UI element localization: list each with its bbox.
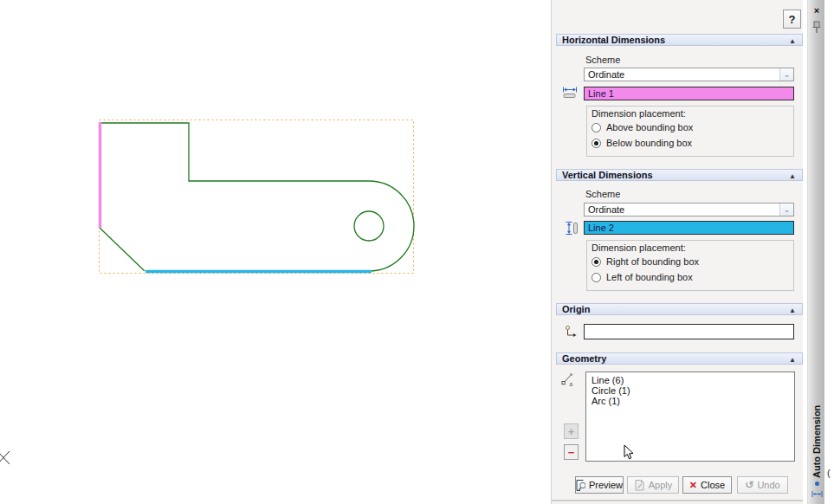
scheme-label: Scheme bbox=[585, 55, 620, 65]
dimension-mini-icon bbox=[811, 490, 823, 498]
undo-icon: ↺ bbox=[745, 480, 753, 490]
apply-button[interactable]: Apply bbox=[627, 476, 679, 494]
chevron-down-icon[interactable]: ⌄ bbox=[779, 68, 793, 81]
origin-axes-icon bbox=[564, 325, 577, 339]
vertical-selection-field[interactable]: Line 2 bbox=[584, 221, 794, 235]
undo-button[interactable]: ↺ Undo bbox=[737, 476, 788, 494]
radio-icon[interactable] bbox=[592, 257, 601, 267]
section-title: Origin bbox=[562, 304, 590, 314]
part-chamfer-line[interactable] bbox=[100, 228, 145, 271]
radio-left-of-bounding-box[interactable]: Left of bounding box bbox=[592, 272, 693, 282]
button-label: Apply bbox=[649, 480, 673, 490]
mouse-cursor bbox=[624, 444, 636, 462]
panel-bottom-edge bbox=[552, 500, 803, 501]
collapse-icon[interactable]: ▲ bbox=[789, 36, 796, 47]
horizontal-selection-field[interactable]: Line 1 bbox=[584, 87, 794, 100]
collapse-icon[interactable]: ▲ bbox=[789, 171, 796, 182]
radio-icon[interactable] bbox=[592, 273, 601, 282]
selected-scheme: Ordinate bbox=[588, 204, 624, 216]
selected-scheme: Ordinate bbox=[588, 68, 624, 81]
placement-label: Dimension placement: bbox=[592, 242, 686, 253]
select-geometry-icon: a bbox=[561, 372, 574, 387]
radio-label: Above bounding box bbox=[606, 122, 693, 132]
tab-auto-dimension[interactable]: Auto Dimension bbox=[808, 407, 825, 476]
radio-label: Left of bounding box bbox=[606, 272, 693, 282]
apply-icon bbox=[634, 479, 645, 491]
radio-right-of-bounding-box[interactable]: Right of bounding box bbox=[592, 256, 699, 267]
collapse-icon[interactable]: ▲ bbox=[789, 355, 796, 365]
panel-title-bar: × Auto Dimension bbox=[807, 0, 824, 504]
remove-geometry-button[interactable]: − bbox=[564, 444, 579, 460]
app-window: ? Horizontal Dimensions ▲ Scheme Ordinat… bbox=[0, 0, 834, 504]
vertical-dimension-icon bbox=[566, 221, 578, 236]
placement-label: Dimension placement: bbox=[592, 108, 686, 119]
origin-x-marker bbox=[0, 451, 10, 464]
list-item[interactable]: Line (6) bbox=[592, 375, 794, 385]
radio-below-bounding-box[interactable]: Below bounding box bbox=[592, 138, 692, 148]
button-label: Preview bbox=[589, 480, 623, 490]
section-header-vertical-dimensions[interactable]: Vertical Dimensions ▲ bbox=[556, 169, 803, 181]
radio-above-bounding-box[interactable]: Above bounding box bbox=[592, 122, 693, 132]
section-title: Geometry bbox=[562, 353, 606, 364]
radio-label: Below bounding box bbox=[606, 138, 692, 148]
preview-icon bbox=[576, 479, 585, 491]
geometry-list[interactable]: Line (6) Circle (1) Arc (1) bbox=[585, 372, 795, 462]
add-geometry-button[interactable]: + bbox=[564, 423, 579, 439]
button-label: Undo bbox=[757, 480, 779, 490]
close-button[interactable]: ✕ Close bbox=[682, 476, 732, 494]
section-header-geometry[interactable]: Geometry ▲ bbox=[556, 352, 803, 365]
status-dot-icon bbox=[815, 481, 819, 486]
dimension-bounding-box bbox=[100, 120, 414, 274]
horizontal-dimension-icon bbox=[562, 87, 578, 98]
chevron-down-icon[interactable]: ⌄ bbox=[779, 204, 793, 216]
radio-icon[interactable] bbox=[592, 139, 601, 148]
preview-button[interactable]: Preview bbox=[575, 476, 624, 494]
close-icon[interactable]: × bbox=[808, 5, 825, 16]
close-x-icon: ✕ bbox=[689, 480, 697, 491]
help-button[interactable]: ? bbox=[783, 10, 801, 29]
collapse-icon[interactable]: ▲ bbox=[789, 306, 796, 316]
origin-input[interactable] bbox=[584, 324, 794, 339]
drawing-canvas[interactable] bbox=[0, 0, 554, 504]
svg-text:a: a bbox=[570, 381, 573, 387]
section-header-origin[interactable]: Origin ▲ bbox=[556, 303, 803, 315]
section-title: Horizontal Dimensions bbox=[562, 35, 665, 45]
section-header-horizontal-dimensions[interactable]: Horizontal Dimensions ▲ bbox=[556, 34, 803, 46]
list-item[interactable]: Arc (1) bbox=[592, 396, 794, 406]
horizontal-scheme-select[interactable]: Ordinate ⌄ bbox=[584, 68, 794, 81]
radio-icon[interactable] bbox=[592, 123, 601, 132]
scheme-label: Scheme bbox=[585, 189, 620, 199]
hole-circle[interactable] bbox=[354, 211, 384, 241]
stray-paren: ( bbox=[827, 468, 831, 478]
vertical-scheme-select[interactable]: Ordinate ⌄ bbox=[584, 203, 794, 216]
list-item[interactable]: Circle (1) bbox=[592, 385, 794, 396]
part-outline-path[interactable] bbox=[100, 123, 414, 271]
radio-label: Right of bounding box bbox=[606, 256, 699, 267]
section-title: Vertical Dimensions bbox=[562, 170, 653, 180]
pin-icon[interactable] bbox=[812, 21, 821, 35]
button-label: Close bbox=[701, 480, 725, 490]
